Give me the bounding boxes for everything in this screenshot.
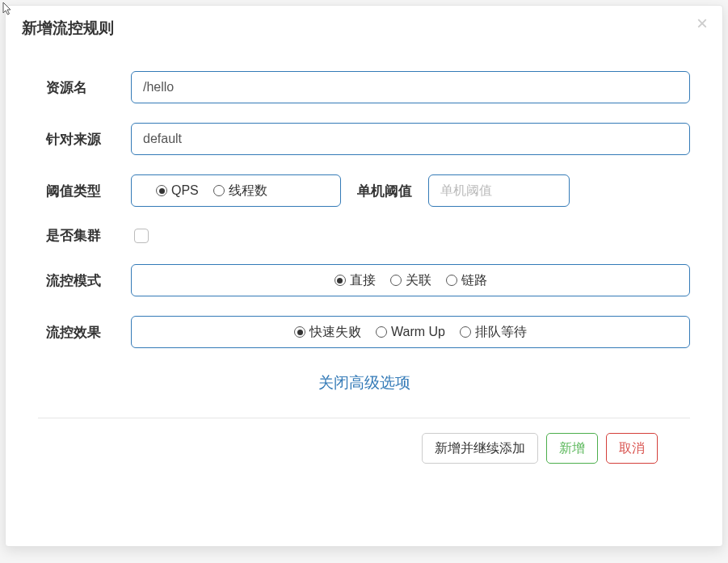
advanced-toggle-wrap: 关闭高级选项 (38, 372, 690, 393)
close-advanced-link[interactable]: 关闭高级选项 (318, 374, 410, 391)
cancel-button[interactable]: 取消 (606, 433, 658, 464)
flow-effect-label: 流控效果 (38, 323, 131, 342)
resource-input[interactable] (131, 71, 690, 103)
radio-icon (390, 275, 402, 286)
row-threshold-type: 阈值类型 QPS 线程数 单机阈值 (38, 174, 690, 207)
threshold-type-radio-group: QPS 线程数 (131, 174, 341, 207)
modal-body: 资源名 针对来源 阈值类型 QPS 线程数 (6, 47, 722, 418)
cluster-label: 是否集群 (38, 226, 131, 245)
source-label: 针对来源 (38, 130, 131, 149)
radio-direct[interactable]: 直接 (335, 272, 376, 289)
radio-icon (156, 185, 167, 196)
radio-label: 排队等待 (475, 324, 527, 341)
radio-label: 线程数 (229, 183, 267, 200)
radio-qps[interactable]: QPS (156, 183, 199, 198)
modal-title: 新增流控规则 (22, 18, 706, 39)
row-resource: 资源名 (38, 71, 690, 103)
radio-icon (376, 326, 387, 338)
row-flow-mode: 流控模式 直接 关联 链路 (38, 264, 690, 296)
flow-effect-radio-group: 快速失败 Warm Up 排队等待 (131, 316, 690, 348)
row-source: 针对来源 (38, 123, 690, 155)
cluster-checkbox[interactable] (134, 229, 149, 243)
radio-icon (213, 185, 225, 196)
radio-warm-up[interactable]: Warm Up (376, 325, 445, 339)
add-button[interactable]: 新增 (546, 433, 598, 464)
modal-footer: 新增并继续添加 新增 取消 (38, 418, 690, 480)
radio-label: Warm Up (391, 325, 445, 339)
radio-label: 快速失败 (309, 324, 361, 341)
radio-icon (294, 326, 305, 338)
row-cluster: 是否集群 (38, 226, 690, 245)
radio-label: 关联 (406, 272, 431, 289)
radio-queue[interactable]: 排队等待 (460, 324, 527, 341)
flow-mode-label: 流控模式 (38, 271, 131, 290)
radio-chain[interactable]: 链路 (446, 272, 487, 289)
add-continue-button[interactable]: 新增并继续添加 (422, 433, 538, 464)
radio-icon (446, 275, 457, 286)
radio-relate[interactable]: 关联 (390, 272, 431, 289)
radio-icon (335, 275, 346, 286)
radio-label: 直接 (350, 272, 376, 289)
row-flow-effect: 流控效果 快速失败 Warm Up 排队等待 (38, 316, 690, 348)
radio-icon (460, 326, 471, 338)
add-flow-rule-modal: 新增流控规则 × 资源名 针对来源 阈值类型 QPS (5, 5, 723, 547)
flow-mode-radio-group: 直接 关联 链路 (131, 264, 690, 296)
radio-label: 链路 (461, 272, 487, 289)
modal-header: 新增流控规则 × (6, 6, 722, 47)
single-threshold-input[interactable] (428, 174, 570, 207)
single-threshold-label: 单机阈值 (357, 182, 412, 200)
resource-label: 资源名 (38, 78, 131, 97)
radio-threads[interactable]: 线程数 (213, 183, 267, 200)
threshold-type-label: 阈值类型 (38, 182, 131, 200)
source-input[interactable] (131, 123, 690, 155)
radio-fail-fast[interactable]: 快速失败 (294, 324, 361, 341)
radio-label: QPS (171, 183, 199, 198)
close-icon[interactable]: × (696, 14, 708, 33)
